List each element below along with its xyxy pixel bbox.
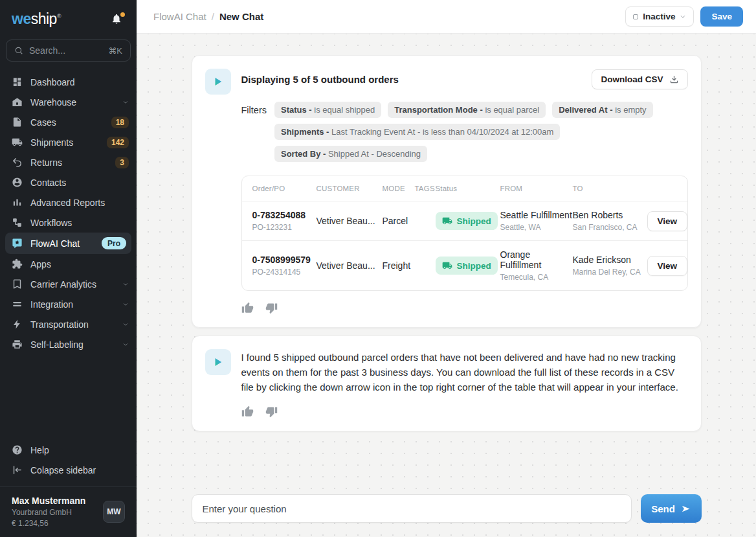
orders-summary-title: Displaying 5 of 5 outbound orders (241, 74, 399, 85)
ai-message-card-text: I found 5 shipped outbound parcel orders… (192, 336, 702, 431)
help-button[interactable]: Help (0, 440, 137, 460)
to-name: Ben Roberts (573, 210, 647, 220)
workflow-nodes-icon (12, 217, 23, 228)
breadcrumb-new-chat: New Chat (219, 11, 263, 22)
mode-cell: Parcel (383, 216, 415, 226)
notification-dot (120, 12, 125, 17)
sidebar-item-transportation[interactable]: Transportation (0, 314, 137, 334)
notifications-bell-icon[interactable] (111, 13, 124, 26)
help-icon (12, 444, 23, 455)
send-button[interactable]: Send (641, 494, 702, 523)
order-number: 0-783254088 (252, 210, 317, 220)
warehouse-icon (12, 97, 23, 108)
thumbs-up-icon[interactable] (241, 406, 254, 418)
document-icon (12, 117, 23, 128)
table-row: 0-783254088 PO-123231 Vetiver Beau... Pa… (242, 201, 687, 240)
returns-count-badge: 3 (115, 157, 129, 168)
feedback-controls (241, 406, 688, 418)
sidebar-item-self-labeling[interactable]: Self-Labeling (0, 334, 137, 354)
sidebar: weship® Search... ⌘K Dashboard Warehouse… (0, 0, 137, 537)
sidebar-item-apps[interactable]: Apps (0, 254, 137, 274)
sidebar-item-integration[interactable]: Integration (0, 294, 137, 314)
bar-chart-icon (12, 197, 23, 208)
thumbs-down-icon[interactable] (265, 302, 278, 314)
feedback-controls (241, 302, 688, 314)
save-button[interactable]: Save (700, 6, 743, 27)
to-location: San Francisco, CA (573, 223, 647, 232)
equals-lines-icon (12, 299, 23, 310)
sidebar-item-flowai-chat[interactable]: FlowAI Chat Pro (5, 233, 131, 254)
orders-table-header: Order/PO CUSTOMER MODE TAGS Status FROM … (242, 176, 687, 201)
breadcrumb-flowai-chat[interactable]: FlowAI Chat (153, 11, 206, 22)
collapse-sidebar-button[interactable]: Colapse sidebar (0, 460, 137, 480)
user-company: Yourbrand GmbH (12, 508, 85, 517)
sidebar-item-warehouse[interactable]: Warehouse (0, 92, 137, 112)
sidebar-item-advanced-reports[interactable]: Advanced Reports (0, 192, 137, 212)
breadcrumb: FlowAI Chat / New Chat (153, 11, 263, 22)
chevron-down-icon (122, 321, 129, 328)
chat-bubble-star-icon (12, 238, 23, 249)
view-order-button[interactable]: View (647, 256, 688, 276)
orders-table: Order/PO CUSTOMER MODE TAGS Status FROM … (241, 176, 688, 291)
to-location: Marina Del Rey, CA (573, 268, 647, 277)
chevron-down-icon (122, 341, 129, 348)
customer-cell: Vetiver Beau... (317, 260, 383, 271)
filter-chip-delivered-at: Delivered At - is empty (552, 102, 652, 118)
user-profile[interactable]: Max Mustermann Yourbrand GmbH € 1.234,56… (0, 486, 137, 537)
status-badge: Shipped (436, 212, 498, 230)
search-input[interactable]: Search... ⌘K (6, 40, 131, 62)
bookmark-icon (12, 279, 23, 290)
table-row: 0-7508999579 PO-24314145 Vetiver Beau...… (242, 240, 687, 290)
send-arrow-icon (681, 504, 691, 514)
ai-avatar (205, 69, 231, 95)
truck-icon (442, 260, 452, 271)
lightning-icon (12, 319, 23, 330)
sidebar-item-carrier-analytics[interactable]: Carrier Analytics (0, 274, 137, 294)
filter-chip-status: Status - is equal shipped (274, 102, 381, 118)
to-name: Kade Erickson (573, 255, 647, 265)
printer-icon (12, 339, 23, 350)
cases-count-badge: 18 (111, 117, 129, 128)
question-input[interactable] (192, 494, 632, 523)
sidebar-item-cases[interactable]: Cases 18 (0, 112, 137, 132)
filters-label: Filters (241, 102, 267, 162)
user-name: Max Mustermann (12, 496, 85, 506)
topbar: FlowAI Chat / New Chat Inactive Save (137, 0, 756, 34)
return-arrow-icon (12, 157, 23, 168)
filter-chip-sorted-by: Sorted By - Shipped At - Descending (274, 146, 427, 162)
from-name: Seattle Fulfillment (500, 210, 573, 220)
status-dropdown[interactable]: Inactive (625, 6, 694, 27)
po-number: PO-24314145 (252, 268, 317, 277)
chevron-down-icon (122, 301, 129, 308)
download-csv-button[interactable]: Download CSV (592, 69, 687, 89)
ai-avatar (205, 349, 231, 375)
question-input-row: Send (192, 494, 702, 523)
mode-cell: Freight (383, 260, 415, 271)
po-number: PO-123231 (252, 223, 317, 232)
shipments-count-badge: 142 (107, 137, 129, 148)
collapse-sidebar-icon (12, 464, 23, 475)
sidebar-item-dashboard[interactable]: Dashboard (0, 72, 137, 92)
thumbs-up-icon[interactable] (241, 302, 254, 314)
play-triangle-icon (212, 76, 224, 87)
customer-cell: Vetiver Beau... (317, 216, 383, 226)
truck-icon (442, 216, 452, 226)
status-badge: Shipped (436, 257, 498, 275)
weship-logo: weship® (12, 10, 61, 28)
sidebar-item-returns[interactable]: Returns 3 (0, 152, 137, 172)
view-order-button[interactable]: View (647, 211, 688, 231)
main-area: FlowAI Chat / New Chat Inactive Save (137, 0, 756, 537)
play-triangle-icon (212, 356, 224, 368)
filter-chip-transportation-mode: Transportation Mode - is equal parcel (388, 102, 546, 118)
search-icon (14, 46, 23, 55)
thumbs-down-icon[interactable] (265, 406, 278, 418)
status-dropdown-label: Inactive (643, 12, 675, 21)
sidebar-item-shipments[interactable]: Shipments 142 (0, 132, 137, 152)
sidebar-item-workflows[interactable]: Workflows (0, 212, 137, 233)
filter-chip-shipments: Shipments - Last Tracking Event At - is … (274, 124, 560, 140)
sidebar-item-contacts[interactable]: Contacts (0, 172, 137, 192)
from-location: Seattle, WA (500, 223, 573, 232)
truck-icon (12, 137, 23, 148)
person-circle-icon (12, 177, 23, 188)
avatar[interactable]: MW (103, 501, 125, 523)
